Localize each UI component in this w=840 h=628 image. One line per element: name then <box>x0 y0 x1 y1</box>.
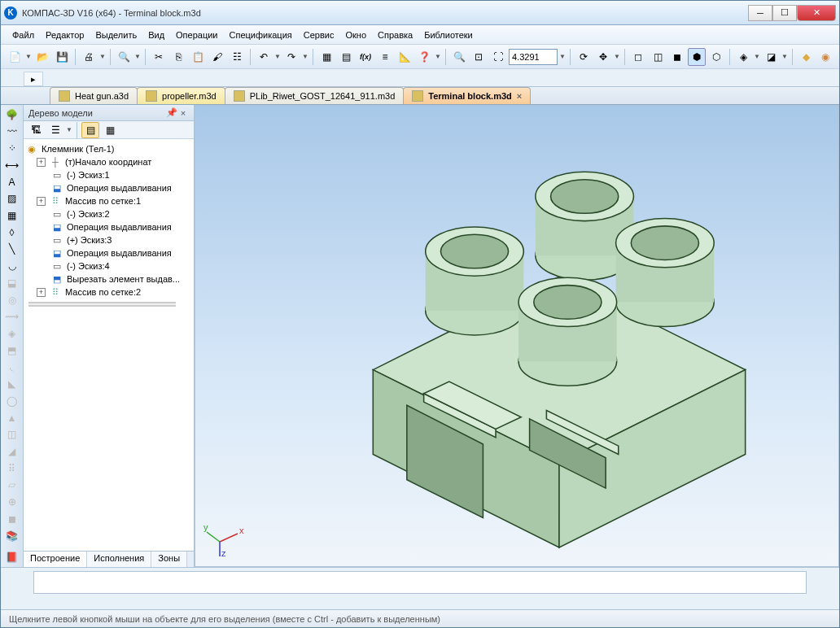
menu-editor[interactable]: Редактор <box>41 28 89 42</box>
print-button[interactable]: 🖨 <box>80 48 98 66</box>
doc-tab-plib[interactable]: PLib_Riwet_GOST_12641_911.m3d <box>225 87 405 104</box>
zoom-fit-button[interactable]: ⛶ <box>489 48 507 66</box>
lt-line-icon[interactable]: ╲ <box>3 242 21 258</box>
menu-select[interactable]: Выделить <box>90 28 142 42</box>
tree-mode3-icon[interactable]: ▤ <box>81 122 99 138</box>
zoom-in-button[interactable]: 🔍 <box>450 48 468 66</box>
lt-revolve-icon[interactable]: ◎ <box>3 292 21 308</box>
panel-close-icon[interactable]: × <box>177 108 189 118</box>
lt-bool-icon[interactable]: ⊕ <box>3 494 21 510</box>
panel-toggle[interactable]: ▸ <box>24 72 43 86</box>
rotate-button[interactable]: ⟳ <box>575 48 593 66</box>
dropdown-icon[interactable]: ▼ <box>99 53 106 60</box>
menu-spec[interactable]: Спецификация <box>225 28 297 42</box>
tree-tab-build[interactable]: Построение <box>24 552 87 567</box>
lt-draft-icon[interactable]: ◢ <box>3 443 21 460</box>
copy-button[interactable]: ⎘ <box>169 48 187 66</box>
minimize-button[interactable]: ─ <box>748 5 772 21</box>
lt-tree-icon[interactable]: 🌳 <box>3 107 21 123</box>
save-button[interactable]: 💾 <box>53 48 71 66</box>
lt-rib-icon[interactable]: ▲ <box>3 410 21 426</box>
doc-tab-propeller[interactable]: propeller.m3d <box>137 87 225 104</box>
tree-node[interactable]: +⠿Массив по сетке:2 <box>25 286 192 299</box>
lt-cut-icon[interactable]: ⬒ <box>3 342 21 359</box>
lt-lib2-icon[interactable]: 📕 <box>3 549 21 565</box>
cut-button[interactable]: ✂ <box>150 48 168 66</box>
lt-table-icon[interactable]: ▦ <box>3 207 21 224</box>
section-button[interactable]: ◪ <box>762 48 780 66</box>
expand-icon[interactable]: + <box>37 197 46 206</box>
view-nohidden-button[interactable]: ◼ <box>668 48 686 66</box>
lt-lib-icon[interactable]: 📚 <box>3 529 21 545</box>
lt-hole-icon[interactable]: ◯ <box>3 393 21 409</box>
tab-close-icon[interactable]: × <box>517 91 522 101</box>
dropdown-icon[interactable]: ▼ <box>25 53 32 60</box>
tree-tab-zones[interactable]: Зоны <box>151 552 187 567</box>
tree-mode1-icon[interactable]: 🏗 <box>27 122 45 138</box>
pin-icon[interactable]: 📌 <box>166 107 177 118</box>
menu-view[interactable]: Вид <box>143 28 169 42</box>
dropdown-icon[interactable]: ▼ <box>614 53 620 60</box>
tree-node[interactable]: ⬒Вырезать элемент выдав... <box>25 273 192 286</box>
zoom-window-button[interactable]: ⊡ <box>470 48 488 66</box>
spec-button[interactable]: ▦ <box>317 48 335 66</box>
view-hidden-button[interactable]: ◫ <box>649 48 667 66</box>
tree-mode2-icon[interactable]: ☰ <box>46 122 64 138</box>
fx-button[interactable]: f(x) <box>357 48 374 66</box>
format-painter-button[interactable]: 🖌 <box>208 48 226 66</box>
tree-node[interactable]: ▭(-) Эскиз:4 <box>25 259 192 273</box>
vars-button[interactable]: ≡ <box>376 48 394 66</box>
tree-node[interactable]: +┼(т)Начало координат <box>25 155 192 168</box>
lt-fillet-icon[interactable]: ◟ <box>3 360 21 376</box>
undo-button[interactable]: ↶ <box>255 48 273 66</box>
tree-node[interactable]: ▭(+) Эскиз:3 <box>25 233 192 246</box>
dropdown-icon[interactable]: ▼ <box>274 53 281 60</box>
command-bar[interactable] <box>33 571 807 594</box>
perspective-button[interactable]: ◈ <box>734 48 752 66</box>
menu-help[interactable]: Справка <box>373 28 418 42</box>
dropdown-icon[interactable]: ▼ <box>781 53 788 60</box>
tree-node[interactable]: ▭(-) Эскиз:1 <box>25 168 192 181</box>
tree-node[interactable]: ⬓Операция выдавливания <box>25 246 192 259</box>
lt-arc-icon[interactable]: ◡ <box>3 258 21 274</box>
tree-node[interactable]: +⠿Массив по сетке:1 <box>25 194 192 207</box>
menu-window[interactable]: Окно <box>340 28 371 42</box>
redo-button[interactable]: ↷ <box>282 48 300 66</box>
lt-text-icon[interactable]: A <box>3 174 21 190</box>
help-button[interactable]: ❓ <box>415 48 433 66</box>
dropdown-icon[interactable]: ▼ <box>302 53 308 60</box>
dropdown-icon[interactable]: ▼ <box>435 53 441 60</box>
lt-sweep-icon[interactable]: ⟿ <box>3 308 21 325</box>
expand-icon[interactable]: + <box>37 158 46 167</box>
tree-root[interactable]: ◉ Клеммник (Тел-1) <box>25 142 192 155</box>
menu-operations[interactable]: Операции <box>171 28 222 42</box>
lt-hatch-icon[interactable]: ▨ <box>3 191 21 207</box>
lt-extrude-icon[interactable]: ⬓ <box>3 275 21 291</box>
3d-viewport[interactable]: x y z <box>195 105 839 567</box>
shadow-button[interactable]: ◆ <box>797 48 815 66</box>
tree-node[interactable]: ▭(-) Эскиз:2 <box>25 207 192 220</box>
tree-tab-exec[interactable]: Исполнения <box>87 552 151 567</box>
render-button[interactable]: ◉ <box>816 48 834 66</box>
properties-button[interactable]: ☷ <box>228 48 246 66</box>
doc-tab-heatgun[interactable]: Heat gun.a3d <box>50 87 138 104</box>
expand-icon[interactable]: + <box>37 288 46 297</box>
tree-node[interactable]: ⬓Операция выдавливания <box>25 181 192 194</box>
lt-dim-icon[interactable]: ⟷ <box>3 157 21 173</box>
view-shadedwire-button[interactable]: ⬡ <box>707 48 725 66</box>
lt-body-icon[interactable]: ◼ <box>3 511 21 527</box>
lt-loft-icon[interactable]: ◈ <box>3 325 21 342</box>
zoom-input[interactable] <box>509 49 558 65</box>
menu-file[interactable]: Файл <box>7 28 39 42</box>
lt-chamfer-icon[interactable]: ◣ <box>3 376 21 392</box>
view-shaded-button[interactable]: ⬢ <box>688 48 706 66</box>
lt-pattern-icon[interactable]: ⠿ <box>3 460 21 477</box>
menu-libraries[interactable]: Библиотеки <box>419 28 478 42</box>
spec2-button[interactable]: ▤ <box>337 48 355 66</box>
new-button[interactable]: 📄 <box>6 48 24 66</box>
lt-mirror-icon[interactable]: ▱ <box>3 477 21 493</box>
tree-scrollbar-h[interactable] <box>28 302 176 307</box>
dropdown-icon[interactable]: ▼ <box>754 53 760 60</box>
preview-button[interactable]: 🔍 <box>115 48 133 66</box>
pan-button[interactable]: ✥ <box>594 48 612 66</box>
